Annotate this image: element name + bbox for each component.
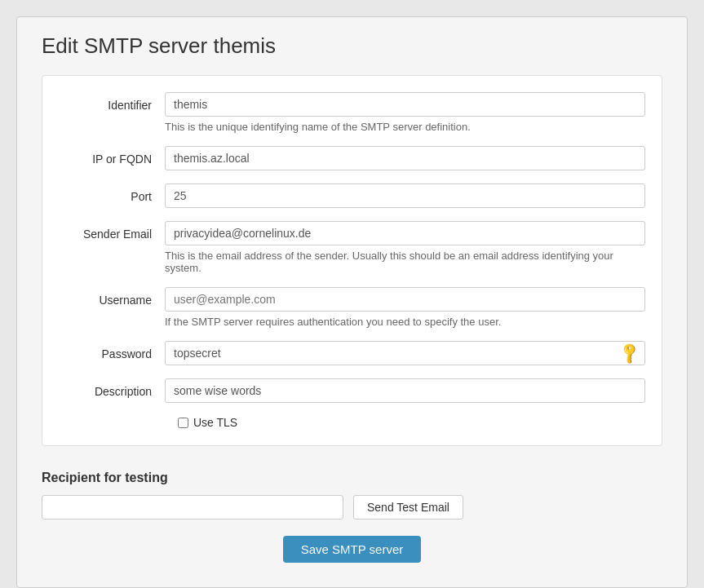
testing-title: Recipient for testing: [42, 471, 662, 485]
username-label: Username: [59, 287, 165, 307]
identifier-help: This is the unique identifying name of t…: [165, 121, 645, 133]
ip-row: IP or FQDN: [59, 146, 645, 170]
identifier-row: Identifier This is the unique identifyin…: [59, 92, 645, 133]
ip-input[interactable]: [165, 146, 645, 170]
password-row: Password 🔑: [59, 341, 645, 365]
port-field-wrapper: [165, 183, 645, 208]
testing-section: Recipient for testing Send Test Email: [42, 462, 662, 519]
description-input[interactable]: [165, 378, 645, 403]
description-row: Description: [59, 378, 645, 403]
sender-email-input[interactable]: [165, 221, 645, 245]
sender-email-label: Sender Email: [59, 221, 165, 241]
username-row: Username If the SMTP server requires aut…: [59, 287, 645, 328]
page-container: Edit SMTP server themis Identifier This …: [16, 16, 688, 588]
password-label: Password: [59, 341, 165, 360]
form-section: Identifier This is the unique identifyin…: [42, 75, 662, 446]
sender-email-row: Sender Email This is the email address o…: [59, 221, 645, 274]
sender-email-help: This is the email address of the sender.…: [165, 250, 645, 274]
port-row: Port: [59, 183, 645, 208]
use-tls-checkbox[interactable]: [178, 418, 188, 428]
use-tls-row: Use TLS: [178, 416, 645, 429]
send-test-email-button[interactable]: Send Test Email: [353, 495, 463, 519]
identifier-input[interactable]: [165, 92, 645, 117]
password-field-wrapper: 🔑: [165, 341, 645, 365]
username-help: If the SMTP server requires authenticati…: [165, 316, 645, 328]
save-smtp-server-button[interactable]: Save SMTP server: [283, 536, 422, 563]
identifier-label: Identifier: [59, 92, 165, 112]
port-label: Port: [59, 183, 165, 203]
port-input[interactable]: [165, 183, 645, 208]
recipient-input[interactable]: [42, 495, 343, 519]
ip-label: IP or FQDN: [59, 146, 165, 166]
use-tls-label: Use TLS: [193, 416, 237, 429]
sender-email-field-wrapper: This is the email address of the sender.…: [165, 221, 645, 274]
password-input[interactable]: [165, 341, 645, 365]
page-title: Edit SMTP server themis: [42, 33, 662, 59]
description-field-wrapper: [165, 378, 645, 403]
username-field-wrapper: If the SMTP server requires authenticati…: [165, 287, 645, 328]
password-input-wrapper: 🔑: [165, 341, 645, 365]
description-label: Description: [59, 378, 165, 398]
identifier-field-wrapper: This is the unique identifying name of t…: [165, 92, 645, 133]
username-input[interactable]: [165, 287, 645, 312]
ip-field-wrapper: [165, 146, 645, 170]
testing-row: Send Test Email: [42, 495, 662, 519]
